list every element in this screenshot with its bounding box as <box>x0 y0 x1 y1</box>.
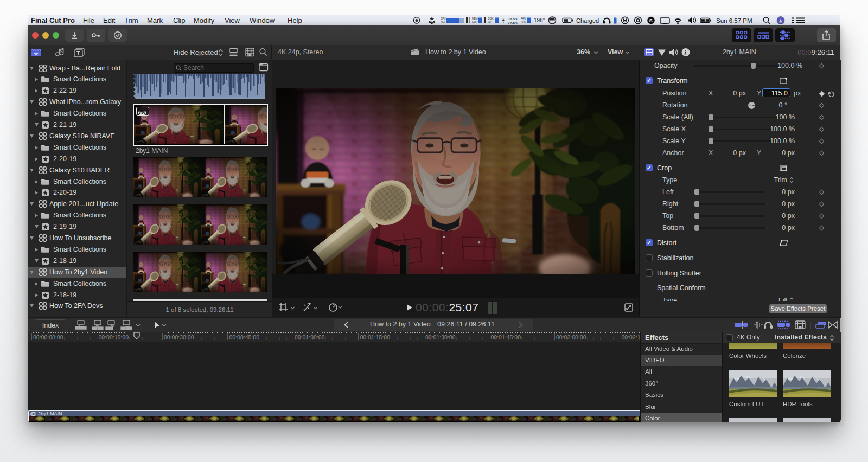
svg-text:S: S <box>649 17 653 23</box>
svg-text:FAN: FAN <box>521 17 526 20</box>
svg-text:MEM: MEM <box>472 17 478 20</box>
svg-text:RPM: RPM <box>521 21 526 23</box>
svg-text:CPU: CPU <box>441 17 446 20</box>
svg-text:NET: NET <box>441 21 445 23</box>
svg-text:Charged: Charged <box>576 17 599 24</box>
svg-text:0 KB/s: 0 KB/s <box>508 17 518 21</box>
svg-text:I/O: I/O <box>488 21 492 23</box>
svg-text:Sun 6:57 PM: Sun 6:57 PM <box>716 17 752 24</box>
svg-text:0 KB/s: 0 KB/s <box>508 21 518 24</box>
svg-text:T: T <box>76 50 80 56</box>
svg-text:DISK: DISK <box>488 17 494 20</box>
svg-text:SWP: SWP <box>472 21 477 23</box>
svg-text:198°: 198° <box>534 17 545 23</box>
